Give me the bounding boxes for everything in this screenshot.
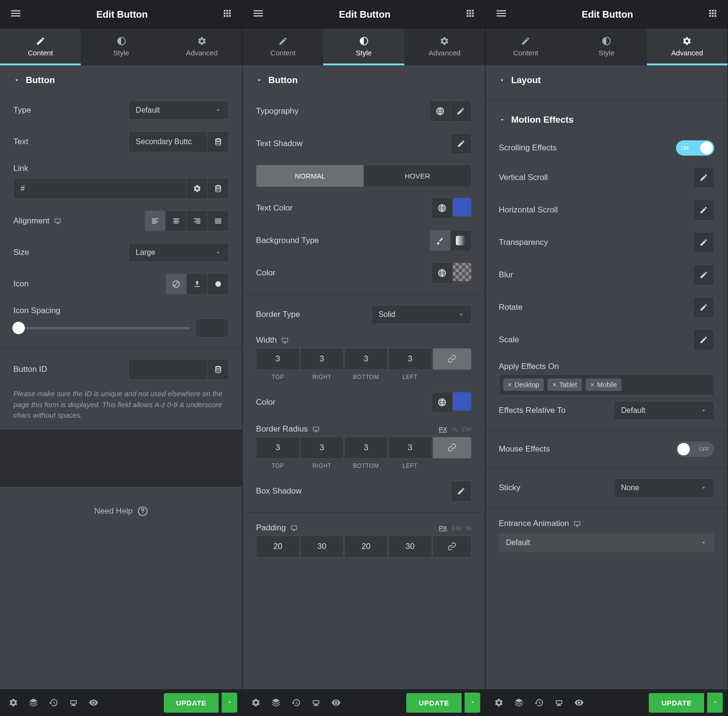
footer-settings-icon[interactable] [5,694,22,711]
toggle-hover[interactable]: HOVER [364,165,471,187]
padding-right[interactable] [300,536,344,558]
section-layout[interactable]: Layout [485,65,728,95]
color-swatch[interactable] [453,263,472,282]
padding-left[interactable] [388,536,432,558]
need-help[interactable]: Need Help [0,487,242,536]
align-right[interactable] [187,211,208,232]
footer-preview-icon[interactable] [327,694,345,711]
desktop-icon[interactable] [312,426,320,433]
tab-content[interactable]: Content [243,29,323,65]
size-select[interactable]: Large [128,243,229,262]
relative-to-select[interactable]: Default [614,401,714,420]
unit-pct[interactable]: % [452,426,458,433]
footer-responsive-icon[interactable] [307,694,325,711]
unit-em[interactable]: EM [462,426,472,433]
tab-style[interactable]: Style [81,29,161,65]
vertical-scroll-edit-icon[interactable] [693,167,714,188]
update-dropdown[interactable] [464,693,480,713]
desktop-icon[interactable] [53,218,62,225]
width-top[interactable] [256,348,299,370]
apply-on-tags[interactable]: ×Desktop ×Tablet ×Mobile [499,374,714,395]
border-color-swatch[interactable] [453,392,472,411]
tab-advanced[interactable]: Advanced [161,29,242,65]
section-motion-effects[interactable]: Motion Effects [485,105,728,135]
bg-classic[interactable] [430,230,451,251]
color-global-icon[interactable] [432,263,453,284]
radius-link-icon[interactable] [433,437,472,459]
radius-bottom[interactable] [344,437,388,459]
apps-icon[interactable] [222,8,232,21]
update-button[interactable]: UPDATE [406,693,462,713]
menu-icon[interactable] [495,7,507,21]
footer-responsive-icon[interactable] [550,694,568,711]
link-options-icon[interactable] [187,178,208,199]
text-color-global-icon[interactable] [432,198,453,219]
entrance-select[interactable]: Default [499,533,714,552]
desktop-icon[interactable] [573,520,581,527]
blur-edit-icon[interactable] [693,264,714,285]
footer-navigator-icon[interactable] [510,694,528,711]
text-shadow-edit-icon[interactable] [451,133,472,154]
apps-icon[interactable] [707,8,718,21]
width-left[interactable] [388,348,432,370]
align-justify[interactable] [208,211,229,232]
radius-left[interactable] [388,437,432,459]
tab-style[interactable]: Style [566,29,647,65]
menu-icon[interactable] [252,7,264,21]
tag-desktop[interactable]: ×Desktop [503,379,544,391]
footer-settings-icon[interactable] [490,694,507,711]
update-button[interactable]: UPDATE [649,693,704,713]
width-bottom[interactable] [344,348,388,370]
scale-edit-icon[interactable] [693,329,714,350]
link-input[interactable] [13,178,187,199]
mouse-effects-toggle[interactable]: OFF [676,442,714,457]
tag-mobile[interactable]: ×Mobile [586,379,622,391]
scrolling-effects-toggle[interactable]: ON [676,140,714,156]
bg-gradient[interactable] [451,230,472,251]
rotate-edit-icon[interactable] [693,297,714,318]
desktop-icon[interactable] [290,525,298,532]
footer-navigator-icon[interactable] [267,694,285,711]
horizontal-scroll-edit-icon[interactable] [693,200,714,221]
tab-content[interactable]: Content [0,29,81,65]
section-button[interactable]: Button [0,65,242,95]
radius-top[interactable] [256,437,299,459]
align-left[interactable] [145,211,166,232]
apps-icon[interactable] [465,8,475,21]
tag-tablet[interactable]: ×Tablet [548,379,582,391]
update-button[interactable]: UPDATE [164,693,219,713]
unit-em[interactable]: EM [452,525,462,532]
tab-style[interactable]: Style [323,29,404,65]
width-link-icon[interactable] [433,348,472,370]
unit-pct[interactable]: % [466,525,472,532]
typography-edit-icon[interactable] [451,101,472,122]
sticky-select[interactable]: None [614,478,714,497]
box-shadow-edit-icon[interactable] [451,481,472,502]
text-input[interactable] [128,131,208,152]
unit-px[interactable]: PX [439,525,447,532]
slider-value[interactable] [195,318,229,337]
button-id-dynamic-icon[interactable] [208,359,229,380]
section-button[interactable]: Button [243,65,485,95]
desktop-icon[interactable] [281,337,289,344]
button-id-input[interactable] [128,359,208,380]
slider-thumb[interactable] [12,322,25,334]
footer-history-icon[interactable] [530,694,548,711]
update-dropdown[interactable] [707,693,723,713]
tab-advanced[interactable]: Advanced [404,29,485,65]
width-right[interactable] [300,348,344,370]
padding-bottom[interactable] [344,536,388,558]
update-dropdown[interactable] [222,693,237,713]
link-dynamic-icon[interactable] [208,178,229,199]
align-center[interactable] [166,211,187,232]
icon-upload[interactable] [187,274,208,295]
footer-history-icon[interactable] [45,694,62,711]
footer-responsive-icon[interactable] [65,694,82,711]
icon-library[interactable] [208,274,229,295]
border-color-global-icon[interactable] [432,392,453,413]
footer-settings-icon[interactable] [247,694,264,711]
footer-preview-icon[interactable] [85,694,102,711]
padding-link-icon[interactable] [433,536,472,558]
tab-advanced[interactable]: Advanced [647,29,728,65]
transparency-edit-icon[interactable] [693,232,714,253]
